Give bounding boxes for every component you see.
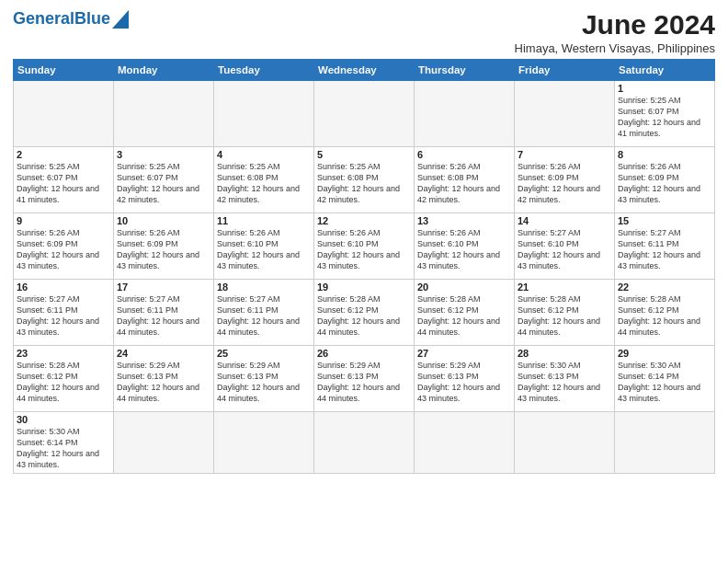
day-info: Sunrise: 5:25 AM Sunset: 6:07 PM Dayligh… [17, 161, 110, 206]
day-number: 1 [618, 83, 711, 94]
day-number: 3 [117, 149, 210, 160]
day-info: Sunrise: 5:27 AM Sunset: 6:11 PM Dayligh… [618, 227, 711, 272]
calendar-cell: 23Sunrise: 5:28 AM Sunset: 6:12 PM Dayli… [14, 346, 114, 412]
week-row-3: 9Sunrise: 5:26 AM Sunset: 6:09 PM Daylig… [14, 213, 715, 280]
calendar-cell: 29Sunrise: 5:30 AM Sunset: 6:14 PM Dayli… [615, 346, 715, 412]
calendar-cell [314, 81, 415, 147]
calendar-cell: 27Sunrise: 5:29 AM Sunset: 6:13 PM Dayli… [415, 346, 515, 412]
day-number: 8 [618, 149, 711, 160]
calendar-cell: 22Sunrise: 5:28 AM Sunset: 6:12 PM Dayli… [615, 280, 715, 346]
day-number: 21 [518, 282, 611, 293]
calendar-title: June 2024 [515, 9, 715, 40]
title-area: June 2024 Himaya, Western Visayas, Phili… [515, 9, 715, 55]
weekday-saturday: Saturday [615, 60, 715, 81]
day-info: Sunrise: 5:28 AM Sunset: 6:12 PM Dayligh… [518, 293, 611, 339]
day-number: 4 [217, 149, 311, 160]
calendar-cell [114, 412, 214, 474]
logo: GeneralBlue [13, 9, 129, 29]
calendar-cell: 16Sunrise: 5:27 AM Sunset: 6:11 PM Dayli… [14, 280, 114, 346]
day-info: Sunrise: 5:26 AM Sunset: 6:09 PM Dayligh… [518, 161, 611, 206]
calendar-cell: 11Sunrise: 5:26 AM Sunset: 6:10 PM Dayli… [214, 213, 314, 280]
day-number: 10 [117, 215, 210, 226]
day-info: Sunrise: 5:30 AM Sunset: 6:13 PM Dayligh… [518, 360, 611, 405]
day-number: 23 [17, 348, 110, 359]
calendar-cell: 24Sunrise: 5:29 AM Sunset: 6:13 PM Dayli… [114, 346, 214, 412]
day-number: 2 [17, 149, 110, 160]
calendar-cell: 28Sunrise: 5:30 AM Sunset: 6:13 PM Dayli… [515, 346, 615, 412]
header: GeneralBlue June 2024 Himaya, Western Vi… [13, 9, 715, 55]
day-number: 9 [17, 215, 110, 226]
calendar-cell: 1Sunrise: 5:25 AM Sunset: 6:07 PM Daylig… [615, 81, 715, 147]
week-row-2: 2Sunrise: 5:25 AM Sunset: 6:07 PM Daylig… [14, 147, 715, 213]
weekday-tuesday: Tuesday [214, 60, 314, 81]
weekday-wednesday: Wednesday [314, 60, 415, 81]
day-info: Sunrise: 5:28 AM Sunset: 6:12 PM Dayligh… [317, 293, 411, 339]
day-info: Sunrise: 5:26 AM Sunset: 6:10 PM Dayligh… [217, 227, 311, 272]
day-number: 11 [217, 215, 311, 226]
calendar-cell: 5Sunrise: 5:25 AM Sunset: 6:08 PM Daylig… [314, 147, 415, 213]
calendar-cell: 7Sunrise: 5:26 AM Sunset: 6:09 PM Daylig… [515, 147, 615, 213]
day-number: 26 [317, 348, 411, 359]
day-info: Sunrise: 5:30 AM Sunset: 6:14 PM Dayligh… [618, 360, 711, 405]
calendar-cell [515, 81, 615, 147]
weekday-thursday: Thursday [415, 60, 515, 81]
day-number: 14 [518, 215, 611, 226]
day-info: Sunrise: 5:29 AM Sunset: 6:13 PM Dayligh… [117, 360, 210, 405]
day-number: 25 [217, 348, 311, 359]
calendar-cell: 18Sunrise: 5:27 AM Sunset: 6:11 PM Dayli… [214, 280, 314, 346]
day-number: 15 [618, 215, 711, 226]
day-info: Sunrise: 5:29 AM Sunset: 6:13 PM Dayligh… [417, 360, 511, 405]
calendar-cell [415, 81, 515, 147]
day-number: 22 [618, 282, 711, 293]
day-number: 19 [317, 282, 411, 293]
calendar-cell [515, 412, 615, 474]
day-info: Sunrise: 5:25 AM Sunset: 6:07 PM Dayligh… [117, 161, 210, 206]
day-info: Sunrise: 5:26 AM Sunset: 6:10 PM Dayligh… [417, 227, 511, 272]
day-number: 18 [217, 282, 311, 293]
calendar-page: GeneralBlue June 2024 Himaya, Western Vi… [0, 0, 728, 563]
day-info: Sunrise: 5:28 AM Sunset: 6:12 PM Dayligh… [618, 293, 711, 339]
calendar-cell: 25Sunrise: 5:29 AM Sunset: 6:13 PM Dayli… [214, 346, 314, 412]
calendar-cell: 17Sunrise: 5:27 AM Sunset: 6:11 PM Dayli… [114, 280, 214, 346]
day-info: Sunrise: 5:25 AM Sunset: 6:08 PM Dayligh… [217, 161, 311, 206]
weekday-sunday: Sunday [14, 60, 114, 81]
week-row-6: 30Sunrise: 5:30 AM Sunset: 6:14 PM Dayli… [14, 412, 715, 474]
day-info: Sunrise: 5:27 AM Sunset: 6:11 PM Dayligh… [17, 293, 110, 339]
day-info: Sunrise: 5:28 AM Sunset: 6:12 PM Dayligh… [17, 360, 110, 405]
calendar-cell [314, 412, 415, 474]
calendar-cell [415, 412, 515, 474]
week-row-5: 23Sunrise: 5:28 AM Sunset: 6:12 PM Dayli… [14, 346, 715, 412]
day-info: Sunrise: 5:27 AM Sunset: 6:11 PM Dayligh… [217, 293, 311, 339]
day-info: Sunrise: 5:26 AM Sunset: 6:08 PM Dayligh… [417, 161, 511, 206]
day-info: Sunrise: 5:25 AM Sunset: 6:08 PM Dayligh… [317, 161, 411, 206]
calendar-cell: 19Sunrise: 5:28 AM Sunset: 6:12 PM Dayli… [314, 280, 415, 346]
logo-icon [112, 10, 129, 29]
week-row-4: 16Sunrise: 5:27 AM Sunset: 6:11 PM Dayli… [14, 280, 715, 346]
weekday-header-row: SundayMondayTuesdayWednesdayThursdayFrid… [14, 60, 715, 81]
week-row-1: 1Sunrise: 5:25 AM Sunset: 6:07 PM Daylig… [14, 81, 715, 147]
calendar-cell: 30Sunrise: 5:30 AM Sunset: 6:14 PM Dayli… [14, 412, 114, 474]
calendar-cell: 15Sunrise: 5:27 AM Sunset: 6:11 PM Dayli… [615, 213, 715, 280]
svg-marker-0 [112, 10, 129, 29]
logo-general: General [13, 9, 74, 28]
day-info: Sunrise: 5:27 AM Sunset: 6:11 PM Dayligh… [117, 293, 210, 339]
calendar-subtitle: Himaya, Western Visayas, Philippines [515, 41, 715, 55]
calendar-cell: 6Sunrise: 5:26 AM Sunset: 6:08 PM Daylig… [415, 147, 515, 213]
calendar-cell: 12Sunrise: 5:26 AM Sunset: 6:10 PM Dayli… [314, 213, 415, 280]
logo-text: GeneralBlue [13, 9, 110, 29]
calendar-cell: 26Sunrise: 5:29 AM Sunset: 6:13 PM Dayli… [314, 346, 415, 412]
day-number: 20 [417, 282, 511, 293]
day-number: 7 [518, 149, 611, 160]
day-number: 24 [117, 348, 210, 359]
day-number: 13 [417, 215, 511, 226]
day-number: 16 [17, 282, 110, 293]
day-info: Sunrise: 5:29 AM Sunset: 6:13 PM Dayligh… [317, 360, 411, 405]
logo-blue: Blue [74, 9, 110, 28]
weekday-monday: Monday [114, 60, 214, 81]
calendar-cell [214, 81, 314, 147]
day-info: Sunrise: 5:25 AM Sunset: 6:07 PM Dayligh… [618, 95, 711, 140]
calendar-cell: 21Sunrise: 5:28 AM Sunset: 6:12 PM Dayli… [515, 280, 615, 346]
calendar-cell: 3Sunrise: 5:25 AM Sunset: 6:07 PM Daylig… [114, 147, 214, 213]
day-info: Sunrise: 5:26 AM Sunset: 6:10 PM Dayligh… [317, 227, 411, 272]
day-number: 29 [618, 348, 711, 359]
